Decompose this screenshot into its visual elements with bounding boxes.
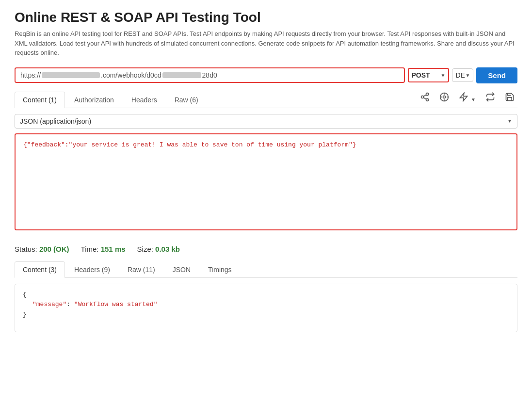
page-title: Online REST & SOAP API Testing Tool bbox=[15, 10, 517, 25]
response-line-close: } bbox=[23, 310, 509, 320]
size-label: Size: bbox=[137, 245, 153, 253]
response-body: { "message": "Workflow was started" } bbox=[15, 284, 517, 332]
save-icon[interactable] bbox=[504, 91, 516, 105]
url-blurred-2 bbox=[162, 72, 201, 78]
lightning-icon[interactable]: ▼ bbox=[458, 91, 477, 105]
svg-point-0 bbox=[426, 93, 429, 96]
page-description: ReqBin is an online API testing tool for… bbox=[15, 29, 517, 58]
method-chevron-icon: ▼ bbox=[441, 73, 446, 78]
response-message-line: "message": "Workflow was started" bbox=[23, 300, 509, 310]
de-select[interactable]: DE EN bbox=[455, 71, 465, 79]
tab-actions: ▼ bbox=[419, 91, 517, 107]
url-blurred-1 bbox=[42, 72, 100, 78]
response-status-bar: Status: 200 (OK) Time: 151 ms Size: 0.03… bbox=[15, 245, 517, 253]
resp-tab-headers[interactable]: Headers (9) bbox=[66, 261, 118, 278]
tab-content[interactable]: Content (1) bbox=[15, 92, 65, 108]
content-type-label: JSON (application/json) bbox=[20, 117, 91, 125]
tab-headers[interactable]: Headers bbox=[123, 92, 165, 108]
svg-point-6 bbox=[443, 96, 446, 98]
size-value: 0.03 kb bbox=[155, 245, 180, 253]
send-button[interactable]: Send bbox=[476, 67, 517, 83]
svg-line-4 bbox=[423, 95, 426, 96]
request-body-editor[interactable]: {"feedback":"your service is great! I wa… bbox=[15, 133, 517, 230]
time-value: 151 ms bbox=[101, 245, 126, 253]
url-input-wrapper[interactable]: https:// .com/webhook/d0cd 28d0 bbox=[15, 67, 405, 83]
resp-tab-raw[interactable]: Raw (11) bbox=[119, 261, 163, 278]
svg-line-3 bbox=[423, 97, 426, 99]
de-chevron-icon: ▼ bbox=[465, 73, 470, 78]
method-select-wrapper[interactable]: POST GET PUT DELETE PATCH ▼ bbox=[408, 68, 450, 82]
swap-icon[interactable] bbox=[484, 91, 496, 105]
request-body-content: {"feedback":"your service is great! I wa… bbox=[23, 141, 356, 148]
status-label: Status: bbox=[15, 245, 37, 253]
time-label: Time: bbox=[81, 245, 99, 253]
url-bar: https:// .com/webhook/d0cd 28d0 POST GET… bbox=[15, 67, 517, 83]
url-prefix: https:// bbox=[20, 71, 41, 79]
response-line-open: { bbox=[23, 290, 509, 300]
tab-raw[interactable]: Raw (6) bbox=[166, 92, 207, 108]
method-select[interactable]: POST GET PUT DELETE PATCH bbox=[412, 71, 439, 79]
de-select-wrapper[interactable]: DE EN ▼ bbox=[452, 68, 473, 82]
resp-tab-json[interactable]: JSON bbox=[164, 261, 199, 278]
share-icon[interactable] bbox=[419, 91, 431, 105]
response-tabs-bar: Content (3) Headers (9) Raw (11) JSON Ti… bbox=[15, 261, 517, 278]
resp-tab-timings[interactable]: Timings bbox=[200, 261, 240, 278]
resp-tab-content[interactable]: Content (3) bbox=[15, 261, 65, 278]
svg-marker-11 bbox=[460, 93, 468, 101]
url-middle: .com/webhook/d0cd bbox=[101, 71, 161, 79]
content-type-chevron-icon: ▼ bbox=[507, 118, 512, 124]
svg-point-2 bbox=[426, 98, 429, 101]
status-value: 200 (OK) bbox=[39, 245, 69, 253]
url-suffix: 28d0 bbox=[202, 71, 217, 79]
svg-point-1 bbox=[421, 96, 424, 98]
request-tabs-bar: Content (1) Authorization Headers Raw (6… bbox=[15, 91, 517, 108]
palette-icon[interactable] bbox=[438, 91, 450, 105]
content-type-dropdown[interactable]: JSON (application/json) ▼ bbox=[15, 114, 517, 129]
tab-authorization[interactable]: Authorization bbox=[66, 92, 122, 108]
